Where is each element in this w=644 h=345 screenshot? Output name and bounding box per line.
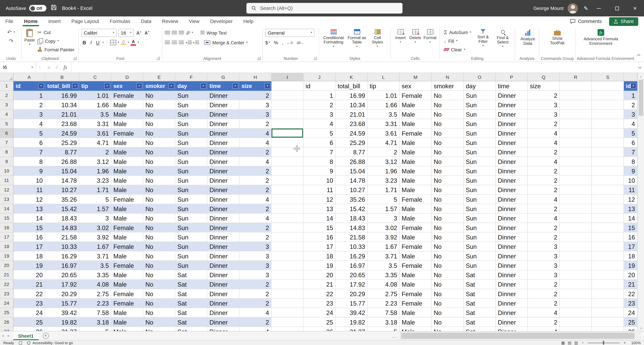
cell-J14[interactable]: 13 — [304, 204, 336, 213]
autosave-control[interactable]: AutoSave Off — [6, 5, 46, 12]
cell-L17[interactable]: 3.92 — [368, 232, 400, 242]
sheet-nav-right-icon[interactable]: ▸ — [6, 334, 12, 337]
bold-button[interactable]: B — [81, 40, 88, 45]
cell-J4[interactable]: 3 — [304, 110, 336, 119]
align-bottom-icon[interactable] — [178, 31, 184, 35]
cell-S26[interactable] — [592, 317, 624, 327]
cell-O13[interactable]: Sun — [464, 195, 496, 204]
cell-C6[interactable]: 3.61 — [79, 129, 111, 138]
cell-J17[interactable]: 16 — [304, 232, 336, 242]
cell-N11[interactable]: No — [432, 176, 464, 185]
cell-C20[interactable]: 3.5 — [79, 261, 111, 270]
column-header-H[interactable]: H — [240, 73, 272, 81]
cell-F14[interactable]: Sun — [176, 204, 208, 213]
cell-A13[interactable]: 12 — [14, 195, 45, 204]
row-header-10[interactable]: 10 — [0, 166, 14, 176]
cell-O20[interactable]: Sun — [464, 261, 496, 270]
cell-H2[interactable]: 2 — [240, 91, 272, 100]
tab-splitter-icon[interactable]: … — [389, 333, 400, 338]
cell-styles-button[interactable]: Cell Styles ▾ — [368, 28, 386, 48]
clipboard-dialog-launcher[interactable] — [73, 57, 76, 60]
row-header-16[interactable]: 16 — [0, 223, 14, 232]
cell-D9[interactable]: Male — [111, 157, 144, 166]
column-header-N[interactable]: N — [432, 73, 464, 81]
cell-P3[interactable]: Dinner — [496, 100, 528, 110]
cell-M4[interactable]: Male — [400, 110, 432, 119]
row-header-4[interactable]: 4 — [0, 110, 14, 119]
cell-Q25[interactable]: 4 — [528, 308, 560, 317]
cell-H6[interactable]: 4 — [240, 129, 272, 138]
cell-S7[interactable] — [592, 138, 624, 147]
cell-S5[interactable] — [592, 119, 624, 129]
cell-T10[interactable]: 9 — [624, 166, 638, 176]
cell-A26[interactable]: 25 — [14, 317, 45, 327]
column-header-F[interactable]: F — [176, 73, 208, 81]
cell-D13[interactable]: Female — [111, 195, 144, 204]
cell-D15[interactable]: Male — [111, 214, 144, 223]
cell-R13[interactable] — [560, 195, 592, 204]
paste-button[interactable]: Paste ▾ — [24, 28, 35, 46]
cell-T14[interactable]: 13 — [624, 204, 638, 213]
cell-J6[interactable]: 5 — [304, 129, 336, 138]
decrease-decimal-icon[interactable]: .00→ — [296, 41, 304, 45]
cell-K14[interactable]: 15.42 — [336, 204, 368, 213]
cell-E17[interactable]: No — [144, 232, 176, 242]
cell-F4[interactable]: Sun — [176, 110, 208, 119]
cell-T17[interactable]: 16 — [624, 232, 638, 242]
cell-D21[interactable]: Male — [111, 270, 144, 280]
cell-C2[interactable]: 1.01 — [79, 91, 111, 100]
cell-G22[interactable]: Dinner — [208, 280, 240, 289]
cell-M16[interactable]: Female — [400, 223, 432, 232]
cell-S3[interactable] — [592, 100, 624, 110]
cancel-entry-icon[interactable]: × — [47, 64, 50, 71]
cell-D10[interactable]: Male — [111, 166, 144, 176]
cell-F8[interactable]: Sun — [176, 148, 208, 157]
cell-H22[interactable]: 2 — [240, 280, 272, 289]
percent-format-button[interactable]: % — [274, 40, 278, 45]
cell-K19[interactable]: 16.29 — [336, 251, 368, 261]
cell-G18[interactable]: Dinner — [208, 242, 240, 251]
cell-G7[interactable]: Dinner — [208, 138, 240, 147]
cell-M14[interactable]: Male — [400, 204, 432, 213]
cell-Q22[interactable]: 2 — [528, 280, 560, 289]
tab-view[interactable]: View — [184, 17, 205, 26]
format-as-table-button[interactable]: Format as Table ▾ — [346, 28, 368, 48]
column-header-P[interactable]: P — [496, 73, 528, 81]
cell-P16[interactable]: Dinner — [496, 223, 528, 232]
tab-formulas[interactable]: Formulas — [104, 17, 136, 26]
cell-K24[interactable]: 15.77 — [336, 298, 368, 308]
cell-J26[interactable]: 25 — [304, 317, 336, 327]
cell-R21[interactable] — [560, 270, 592, 280]
cell-N4[interactable]: No — [432, 110, 464, 119]
plain-header-total_bill[interactable]: total_bill — [336, 81, 368, 91]
increase-decimal-icon[interactable]: ←.0 — [287, 41, 293, 45]
cell-M15[interactable]: Male — [400, 214, 432, 223]
cell-G26[interactable]: Dinner — [208, 317, 240, 327]
cell-A25[interactable]: 24 — [14, 308, 45, 317]
cell-R10[interactable] — [560, 166, 592, 176]
cell-S4[interactable] — [592, 110, 624, 119]
cell-C13[interactable]: 5 — [79, 195, 111, 204]
cell-B5[interactable]: 23.68 — [45, 119, 79, 129]
cell-T8[interactable]: 7 — [624, 148, 638, 157]
cell-I2[interactable] — [272, 91, 304, 100]
cell-O21[interactable]: Sat — [464, 270, 496, 280]
cell-O26[interactable]: Sat — [464, 317, 496, 327]
cell-D27[interactable]: Male — [111, 327, 144, 331]
enter-entry-icon[interactable]: ✓ — [55, 65, 59, 70]
row-header-27[interactable]: 27 — [0, 327, 14, 331]
cell-B18[interactable]: 10.33 — [45, 242, 79, 251]
cell-J18[interactable]: 17 — [304, 242, 336, 251]
cell-C12[interactable]: 1.71 — [79, 185, 111, 195]
plain-header-tip[interactable]: tip — [368, 81, 400, 91]
row-header-22[interactable]: 22 — [0, 280, 14, 289]
cell-M24[interactable]: Female — [400, 298, 432, 308]
cell-O6[interactable]: Sun — [464, 129, 496, 138]
cell-R7[interactable] — [560, 138, 592, 147]
cell-N15[interactable]: No — [432, 214, 464, 223]
cell-D12[interactable]: Male — [111, 185, 144, 195]
cell-B25[interactable]: 39.42 — [45, 308, 79, 317]
cell-P8[interactable]: Dinner — [496, 148, 528, 157]
row-header-6[interactable]: 6 — [0, 129, 14, 138]
cell-E16[interactable]: No — [144, 223, 176, 232]
